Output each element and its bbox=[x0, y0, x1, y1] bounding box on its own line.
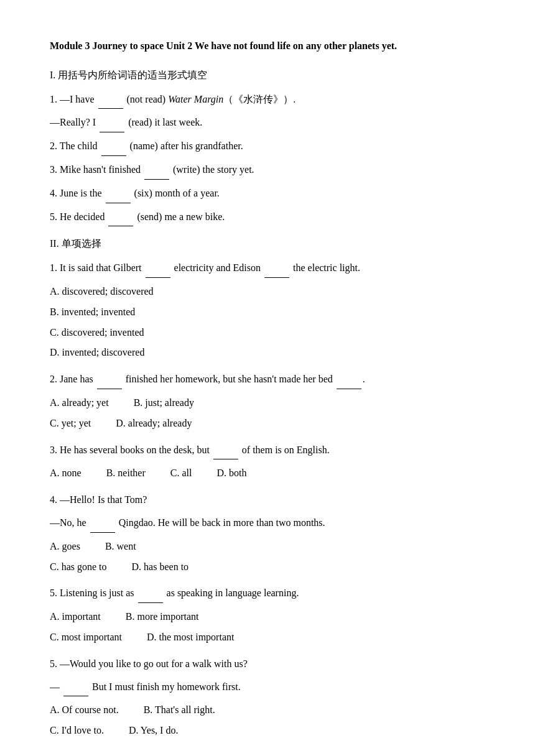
mc-q3-stem: 3. He has several books on the desk, but… bbox=[50, 441, 485, 460]
fill-q4-blank bbox=[106, 185, 131, 203]
mc-q6-group: 5. —Would you like to go out for a walk … bbox=[50, 655, 485, 740]
mc-q3-group: 3. He has several books on the desk, but… bbox=[50, 441, 485, 483]
mc-q2-blank1 bbox=[97, 371, 122, 389]
fill-q1-blank bbox=[98, 91, 123, 109]
mc-q5-blank bbox=[138, 584, 163, 603]
fill-q5-text: 5. He decided bbox=[50, 211, 105, 222]
fill-q3-text: 3. Mike hasn't finished bbox=[50, 164, 141, 175]
mc-q2-opts-row1: A. already; yet B. just; already bbox=[50, 394, 485, 412]
mc-q1-blank1 bbox=[146, 259, 170, 278]
fill-q3-hint: (write) the story yet. bbox=[173, 164, 254, 175]
mc-q1-optB: B. invented; invented bbox=[50, 303, 485, 321]
fill-q3-blank bbox=[144, 161, 169, 180]
mc-q3-optD: D. both bbox=[216, 464, 246, 482]
mc-q6-blank bbox=[63, 678, 88, 697]
mc-q6-optC: C. I'd love to. bbox=[50, 722, 104, 740]
mc-q6-stem2: — But I must finish my homework first. bbox=[50, 678, 485, 697]
mc-q2-optD: D. already; already bbox=[116, 415, 192, 433]
mc-q4-optD: D. has been to bbox=[132, 558, 189, 576]
mc-q3-opts-row: A. none B. neither C. all D. both bbox=[50, 464, 485, 482]
mc-q4-opts-row1: A. goes B. went bbox=[50, 538, 485, 556]
mc-q2-stem: 2. Jane has finished her homework, but s… bbox=[50, 371, 485, 389]
fill-q3: 3. Mike hasn't finished (write) the stor… bbox=[50, 161, 485, 180]
mc-q5-optC: C. most important bbox=[50, 629, 122, 647]
section2-header: II. 单项选择 bbox=[50, 235, 485, 253]
fill-q5-hint: (send) me a new bike. bbox=[137, 211, 225, 222]
mc-q5-optB: B. more important bbox=[126, 608, 199, 626]
fill-q1-hint: (not read) Water Margin（《水浒传》）. bbox=[127, 94, 296, 104]
mc-q4-optB: B. went bbox=[105, 538, 136, 556]
mc-q5-optD: D. the most important bbox=[147, 629, 234, 647]
fill-q1b: —Really? I (read) it last week. bbox=[50, 114, 485, 132]
mc-q5-opts-row1: A. important B. more important bbox=[50, 608, 485, 626]
mc-q2-opts-row2: C. yet; yet D. already; already bbox=[50, 415, 485, 433]
mc-q3-optB: B. neither bbox=[106, 464, 146, 482]
fill-q1-text-before: 1. —I have bbox=[50, 94, 95, 104]
mc-q1-optC: C. discovered; invented bbox=[50, 324, 485, 342]
mc-q5-group: 5. Listening is just as as speaking in l… bbox=[50, 584, 485, 646]
fill-q1b-hint: (read) it last week. bbox=[128, 117, 202, 127]
fill-q4: 4. June is the (six) month of a year. bbox=[50, 185, 485, 203]
mc-q1-stem: 1. It is said that Gilbert electricity a… bbox=[50, 259, 485, 278]
mc-q2-blank2 bbox=[337, 371, 361, 389]
fill-in-blank-group: 1. —I have (not read) Water Margin（《水浒传》… bbox=[50, 91, 485, 227]
fill-q2-hint: (name) after his grandfather. bbox=[130, 141, 243, 151]
fill-q1b-blank bbox=[100, 114, 124, 132]
mc-q4-group: 4. —Hello! Is that Tom? —No, he Qingdao.… bbox=[50, 491, 485, 576]
mc-q3-blank bbox=[213, 441, 238, 460]
mc-q4-blank bbox=[90, 514, 115, 533]
mc-q6-opts-row2: C. I'd love to. D. Yes, I do. bbox=[50, 722, 485, 740]
mc-q1-blank2 bbox=[264, 259, 289, 278]
fill-q2-blank bbox=[101, 137, 126, 156]
section1-header: I. 用括号内所给词语的适当形式填空 bbox=[50, 67, 485, 85]
mc-q2-group: 2. Jane has finished her homework, but s… bbox=[50, 371, 485, 432]
fill-q4-text: 4. June is the bbox=[50, 188, 102, 198]
mc-q4-stem1: 4. —Hello! Is that Tom? bbox=[50, 491, 485, 509]
mc-q4-opts-row2: C. has gone to D. has been to bbox=[50, 558, 485, 576]
mc-q4-stem2: —No, he Qingdao. He will be back in more… bbox=[50, 514, 485, 533]
fill-q1: 1. —I have (not read) Water Margin（《水浒传》… bbox=[50, 91, 485, 109]
mc-q2-optB: B. just; already bbox=[134, 394, 194, 412]
mc-q5-stem: 5. Listening is just as as speaking in l… bbox=[50, 584, 485, 603]
page-title: Module 3 Journey to space Unit 2 We have… bbox=[50, 37, 485, 55]
mc-q6-opts-row1: A. Of course not. B. That's all right. bbox=[50, 701, 485, 719]
mc-q2-optC: C. yet; yet bbox=[50, 415, 91, 433]
mc-q3-optC: C. all bbox=[170, 464, 192, 482]
mc-q1-optA: A. discovered; discovered bbox=[50, 283, 485, 301]
fill-q2: 2. The child (name) after his grandfathe… bbox=[50, 137, 485, 156]
mc-q5-optA: A. important bbox=[50, 608, 101, 626]
mc-q6-stem1: 5. —Would you like to go out for a walk … bbox=[50, 655, 485, 673]
mc-q2-optA: A. already; yet bbox=[50, 394, 109, 412]
mc-q3-optA: A. none bbox=[50, 464, 81, 482]
page-container: Module 3 Journey to space Unit 2 We have… bbox=[50, 37, 485, 740]
mc-q1-optD: D. invented; discovered bbox=[50, 344, 485, 362]
fill-q2-text: 2. The child bbox=[50, 141, 98, 151]
mc-q4-optA: A. goes bbox=[50, 538, 80, 556]
mc-q6-optD: D. Yes, I do. bbox=[129, 722, 179, 740]
mc-q5-opts-row2: C. most important D. the most important bbox=[50, 629, 485, 647]
mc-q6-optA: A. Of course not. bbox=[50, 701, 119, 719]
fill-q4-hint: (six) month of a year. bbox=[134, 188, 220, 198]
fill-q1b-text: —Really? I bbox=[50, 117, 96, 127]
mc-q6-optB: B. That's all right. bbox=[144, 701, 215, 719]
fill-q5: 5. He decided (send) me a new bike. bbox=[50, 208, 485, 227]
mc-q4-optC: C. has gone to bbox=[50, 558, 107, 576]
fill-q5-blank bbox=[108, 208, 133, 227]
mc-q1-group: 1. It is said that Gilbert electricity a… bbox=[50, 259, 485, 362]
